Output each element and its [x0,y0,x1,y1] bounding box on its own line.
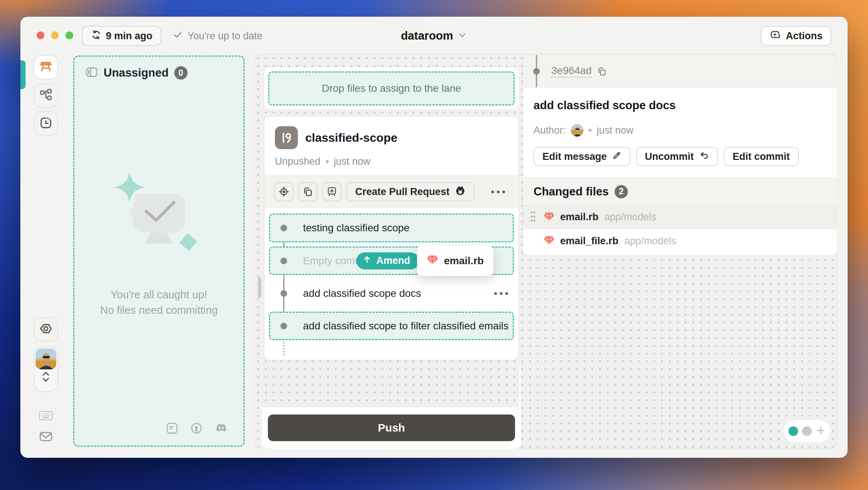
lane-footer: Push [262,407,521,449]
commit-label: add classified scope to filter classifie… [303,320,509,332]
create-pr-button[interactable]: Create Pull Request [346,182,475,201]
unassigned-title: Unassigned [104,66,169,80]
settings-button[interactable] [34,317,58,342]
changed-files-header: Changed files 2 [523,177,837,205]
focus-commit-button[interactable] [274,182,293,201]
branch-name: classified-scope [305,131,397,145]
branch-time: just now [334,156,370,167]
copy-branch-button[interactable] [298,182,317,201]
file-row[interactable]: email_file.rb app/models [523,229,837,253]
commit-row[interactable]: add classified scope to filter classifie… [265,309,518,342]
commit-dot [280,225,287,231]
discord-icon[interactable] [215,422,228,436]
commit-menu-button[interactable] [494,292,508,295]
sidebar-rail [20,54,72,458]
avatar [36,349,56,369]
file-row[interactable]: email.rb app/models [523,205,837,229]
fetch-sync-button[interactable]: 9 min ago [82,26,161,46]
changelog-icon[interactable] [166,422,178,436]
history-clock-icon [39,116,53,131]
drop-zone[interactable]: Drop files to assign to the lane [268,71,515,105]
commit-actions: Edit message Uncommit Edit commit [534,147,827,166]
edit-commit-label: Edit commit [733,151,790,162]
project-switcher[interactable]: dataroom [401,26,467,46]
chevron-updown-icon [40,369,51,386]
author-row: Author: just now [534,124,827,137]
actions-label: Actions [786,30,822,42]
actions-button[interactable]: Actions [761,26,831,46]
dragged-file-name: email.rb [444,255,484,267]
file-name: email_file.rb [560,235,619,247]
drag-grip-icon[interactable] [530,210,536,224]
commit-hash-link[interactable]: 3e964ad [551,65,592,78]
pager-dot-active[interactable] [788,426,798,436]
amend-drop-pill[interactable]: Amend [356,252,419,269]
lane-pager [783,419,831,443]
empty-state: You're all caught up! No files need comm… [74,168,243,318]
workbench-icon [38,59,53,75]
keyboard-shortcuts-button[interactable] [34,410,58,423]
push-button[interactable]: Push [268,415,515,441]
gear-icon [39,322,53,337]
commit-hash-header: 3e964ad [523,55,837,88]
tab-branches[interactable] [34,83,58,108]
scrollbar-thumb[interactable] [258,277,261,298]
feedback-button[interactable] [34,430,58,444]
sync-icon [91,30,101,43]
empty-line2: No files need committing [74,302,243,318]
tab-history[interactable] [34,111,58,136]
uncommit-button[interactable]: Uncommit [636,147,718,166]
branch-lane: Drop files to assign to the lane classif… [262,54,521,448]
close-button[interactable] [37,31,44,39]
branch-menu-button[interactable] [488,187,509,197]
file-path: app/models [625,235,676,247]
project-name: dataroom [401,29,453,43]
sync-label: 9 min ago [106,30,152,42]
add-dependent-branch-button[interactable] [322,182,342,201]
dragged-file-card[interactable]: email.rb [417,246,494,276]
uncommit-label: Uncommit [645,151,694,162]
minimize-button[interactable] [51,31,59,39]
commit-dot [280,323,287,329]
unassigned-lane[interactable]: Unassigned 0 You're all caught up! No fi… [73,56,245,447]
edit-commit-button[interactable]: Edit commit [724,147,799,166]
edit-message-button[interactable]: Edit message [534,147,630,166]
changed-files-title: Changed files [534,185,609,198]
pager-dot[interactable] [802,426,812,436]
open-source-icon[interactable] [190,422,203,436]
author-label: Author: [534,125,566,136]
lane-footer-links [166,422,228,436]
author-avatar [571,124,583,137]
file-name: email.rb [560,211,599,223]
branch-icon [275,126,298,149]
create-pr-label: Create Pull Request [355,186,450,198]
dot-separator [589,129,592,132]
profile-widget[interactable] [34,347,58,392]
commit-row[interactable]: Empty commit (no changes) Amend email.rb [265,244,518,277]
commit-details-panel: 3e964ad add classified scope docs Author… [523,55,837,255]
check-icon [173,30,183,42]
zoom-button[interactable] [65,31,73,39]
add-lane-icon[interactable] [816,426,825,437]
branch-header[interactable]: classified-scope Unpushed just now [265,117,518,175]
dot-separator [326,160,329,163]
commit-list: testing classified scope Empty commit (n… [265,208,518,360]
pencil-icon [612,151,622,163]
ruby-file-icon [427,254,438,268]
app-window: 9 min ago You're up to date dataroom Act… [20,17,848,458]
commit-row[interactable]: testing classified scope [265,212,518,244]
commit-time: just now [597,125,633,136]
desktop: 9 min ago You're up to date dataroom Act… [0,0,868,490]
tab-workspace[interactable] [34,55,58,80]
commit-title: add classified scope docs [534,99,827,112]
file-path: app/models [605,211,656,223]
commit-row[interactable]: add classified scope docs [265,277,518,309]
ruby-file-icon [544,211,554,223]
ruby-file-icon [544,235,554,247]
amend-label: Amend [376,255,410,266]
commit-details-body: add classified scope docs Author: just n… [523,88,837,166]
commit-dot [280,290,287,297]
update-status: You're up to date [173,26,262,46]
copy-hash-icon[interactable] [597,66,607,77]
branch-graph-icon [39,88,53,103]
